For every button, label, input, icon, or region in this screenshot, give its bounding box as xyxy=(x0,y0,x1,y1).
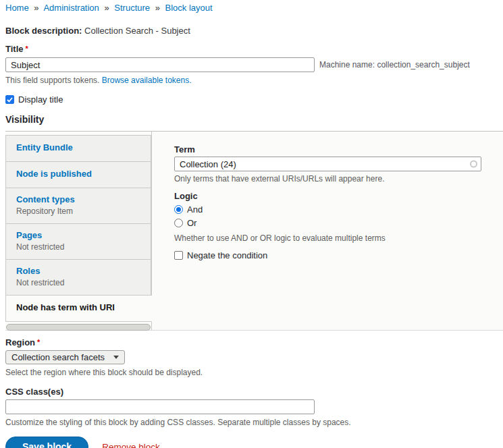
browse-tokens-link[interactable]: Browse available tokens. xyxy=(102,76,192,85)
title-label-text: Title xyxy=(5,44,24,54)
display-title-row[interactable]: Display title xyxy=(5,94,503,105)
css-input-row xyxy=(5,399,503,414)
visibility-tab-pages[interactable]: Pages Not restricted xyxy=(5,224,151,260)
machine-name-label: Machine name: xyxy=(319,60,375,69)
tab-label: Entity Bundle xyxy=(16,142,140,153)
visibility-tab-entity-bundle[interactable]: Entity Bundle xyxy=(5,135,151,162)
css-description: Customize the styling of this block by a… xyxy=(5,418,503,427)
tab-label: Roles xyxy=(16,266,140,277)
region-description: Select the region where this block shoul… xyxy=(5,368,503,377)
logic-description: Whether to use AND or OR logic to evalua… xyxy=(174,233,503,243)
visibility-vertical-tabs: Entity Bundle Node is published Content … xyxy=(5,131,503,331)
display-title-checkbox[interactable] xyxy=(5,95,14,104)
chevron-down-icon xyxy=(113,356,119,359)
required-asterisk: * xyxy=(37,338,40,346)
negate-condition-checkbox[interactable] xyxy=(174,251,183,260)
display-title-label: Display title xyxy=(18,94,63,105)
negate-condition-row[interactable]: Negate the condition xyxy=(174,250,503,260)
region-label-text: Region xyxy=(5,337,35,347)
title-field-label: Title* xyxy=(5,44,503,54)
breadcrumb-separator: » xyxy=(155,3,160,13)
region-select[interactable]: Collection search facets xyxy=(5,350,125,364)
visibility-heading: Visibility xyxy=(5,114,503,125)
tab-label: Node is published xyxy=(16,169,140,179)
title-input-row: Machine name: collection_search_subject xyxy=(5,57,503,72)
title-help: This field supports tokens. Browse avail… xyxy=(5,76,503,85)
block-configuration-page: Home » Administration » Structure » Bloc… xyxy=(0,0,503,448)
visibility-tab-content-types[interactable]: Content types Repository Item xyxy=(5,188,151,224)
breadcrumb-separator: » xyxy=(34,3,38,13)
breadcrumb-link-block-layout[interactable]: Block layout xyxy=(165,3,213,13)
or-radio-label: Or xyxy=(187,218,196,228)
tab-label: Pages xyxy=(16,230,140,241)
autocomplete-indicator-icon xyxy=(470,161,477,168)
or-radio[interactable] xyxy=(174,219,183,227)
and-radio[interactable] xyxy=(174,205,183,214)
vertical-tabs-clipped-tab xyxy=(6,324,151,331)
visibility-tab-roles[interactable]: Roles Not restricted xyxy=(5,260,151,296)
block-description-value: Collection Search - Subject xyxy=(84,26,190,36)
tab-label: Content types xyxy=(16,194,140,205)
title-input[interactable] xyxy=(5,57,315,72)
tab-summary: Repository Item xyxy=(16,206,140,217)
block-description-label: Block description: xyxy=(5,26,82,36)
tab-label: Node has term with URI xyxy=(16,302,141,313)
visibility-tab-node-has-term-with-uri[interactable]: Node has term with URI xyxy=(5,296,152,322)
tab-summary: Not restricted xyxy=(16,242,140,252)
breadcrumb-link-structure[interactable]: Structure xyxy=(114,3,150,13)
required-asterisk: * xyxy=(26,45,28,53)
breadcrumb-link-administration[interactable]: Administration xyxy=(43,3,99,13)
breadcrumb-link-home[interactable]: Home xyxy=(5,3,29,13)
radio-dot xyxy=(176,207,181,212)
and-radio-label: And xyxy=(187,204,203,215)
term-autocomplete-input[interactable] xyxy=(174,157,481,171)
tokens-help-text: This field supports tokens. xyxy=(5,76,99,85)
logic-option-or[interactable]: Or xyxy=(174,217,503,228)
term-description: Only terms that have external URIs/URLs … xyxy=(174,174,503,184)
save-block-button[interactable]: Save block xyxy=(5,437,88,448)
term-input-wrap xyxy=(174,157,481,171)
logic-option-and[interactable]: And xyxy=(174,204,503,215)
breadcrumb: Home » Administration » Structure » Bloc… xyxy=(5,3,503,13)
machine-name: Machine name: collection_search_subject xyxy=(319,60,470,69)
region-field-label: Region* xyxy=(5,337,503,347)
remove-block-link[interactable]: Remove block xyxy=(102,442,160,448)
visibility-tab-panel: Term Only terms that have external URIs/… xyxy=(151,132,503,330)
block-description: Block description: Collection Search - S… xyxy=(5,26,503,36)
term-field-label: Term xyxy=(174,144,503,155)
css-classes-input[interactable] xyxy=(5,399,315,414)
vertical-tabs-menu: Entity Bundle Node is published Content … xyxy=(5,132,151,330)
breadcrumb-separator: » xyxy=(104,3,109,13)
logic-field-label: Logic xyxy=(174,191,503,201)
region-select-value: Collection search facets xyxy=(11,352,105,362)
visibility-tab-node-is-published[interactable]: Node is published xyxy=(5,162,151,188)
form-actions: Save block Remove block xyxy=(5,437,503,448)
css-classes-label: CSS class(es) xyxy=(5,387,503,397)
machine-name-value: collection_search_subject xyxy=(377,60,469,69)
negate-condition-label: Negate the condition xyxy=(187,250,267,260)
checkmark-icon xyxy=(7,97,13,103)
tab-summary: Not restricted xyxy=(16,278,140,288)
